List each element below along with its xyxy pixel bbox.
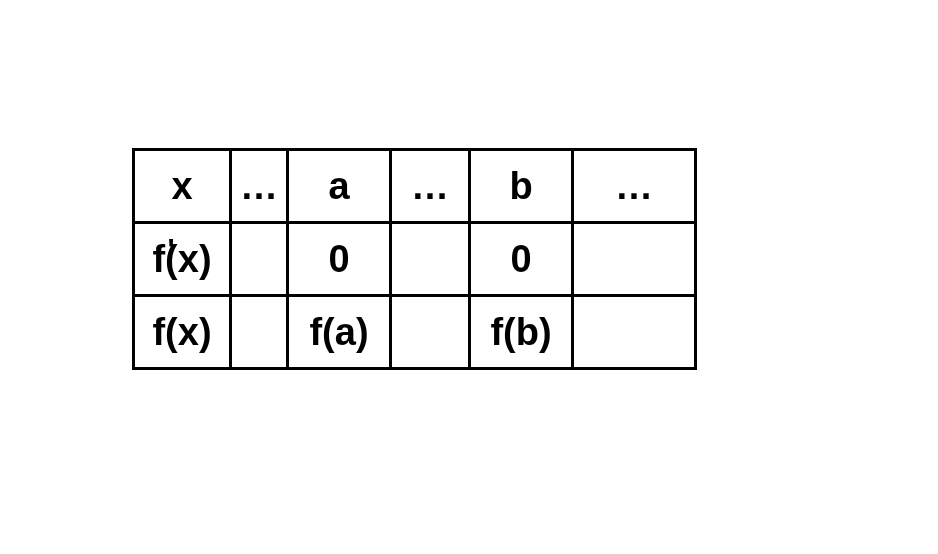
cell-f-2: [391, 296, 470, 369]
cell-header-b: b: [470, 150, 573, 223]
cell-header-dots1: …: [231, 150, 288, 223]
cell-f-label: f(x): [134, 296, 231, 369]
cell-f-b: f(b): [470, 296, 573, 369]
cell-f-1: [231, 296, 288, 369]
cell-fprime-1: [231, 223, 288, 296]
cell-f-a: f(a): [288, 296, 391, 369]
fprime-label-text: f(x): [152, 238, 211, 280]
table-row: x … a … b …: [134, 150, 696, 223]
cell-fprime-a: 0: [288, 223, 391, 296]
cell-fprime-b: 0: [470, 223, 573, 296]
cell-header-dots2: …: [391, 150, 470, 223]
cell-header-dots3: …: [573, 150, 696, 223]
cell-fprime-2: [391, 223, 470, 296]
cell-f-3: [573, 296, 696, 369]
table-row: f(x) f(a) f(b): [134, 296, 696, 369]
cell-header-x: x: [134, 150, 231, 223]
cell-header-a: a: [288, 150, 391, 223]
table: x … a … b … f(x) 0 0 f(x) f(a) f(b): [132, 148, 697, 370]
derivative-sign-table: x … a … b … f(x) 0 0 f(x) f(a) f(b): [132, 148, 697, 370]
cell-fprime-3: [573, 223, 696, 296]
cell-fprime-label: f(x): [134, 223, 231, 296]
table-row: f(x) 0 0: [134, 223, 696, 296]
